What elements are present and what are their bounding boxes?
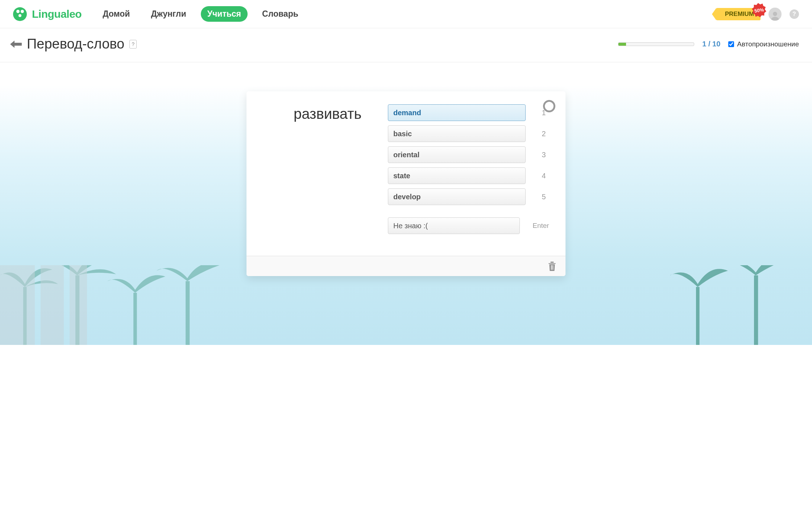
options-column: demand 1 basic 2 oriental 3 state 4 deve…	[388, 104, 551, 238]
nav-link-learn[interactable]: Учиться	[201, 6, 248, 22]
dont-know-button[interactable]: Не знаю :(	[388, 217, 520, 234]
brand-name: Lingualeo	[32, 8, 82, 20]
svg-rect-10	[696, 287, 700, 345]
option-button-1[interactable]: demand	[388, 104, 526, 121]
option-row: develop 5	[388, 188, 551, 205]
autoplay-toggle[interactable]: Автопроизношение	[728, 40, 799, 48]
card-footer	[246, 256, 566, 276]
option-key: 3	[536, 151, 551, 159]
svg-rect-9	[70, 265, 87, 345]
premium-label: PREMIUM	[725, 11, 754, 18]
exercise-card: развивать demand 1 basic 2 oriental 3 st…	[246, 91, 566, 276]
svg-point-0	[773, 12, 777, 16]
svg-rect-7	[0, 265, 35, 345]
svg-rect-6	[186, 281, 190, 345]
progress-bar	[618, 42, 694, 46]
dont-know-row: Не знаю :( Enter	[388, 217, 551, 234]
svg-rect-4	[75, 275, 79, 345]
life-ring-icon[interactable]	[543, 100, 555, 112]
premium-badge[interactable]: PREMIUM 50%	[716, 8, 761, 20]
term: развивать	[294, 104, 373, 238]
stage: развивать demand 1 basic 2 oriental 3 st…	[0, 62, 812, 345]
svg-rect-11	[754, 275, 758, 345]
page-title: Перевод-слово	[27, 36, 124, 52]
exercise: развивать demand 1 basic 2 oriental 3 st…	[294, 104, 551, 238]
progress-text: 1 / 10	[702, 40, 720, 48]
nav-right: PREMIUM 50% ?	[716, 8, 799, 21]
option-button-5[interactable]: develop	[388, 188, 526, 205]
progress-sep: /	[706, 40, 712, 48]
svg-rect-1	[551, 265, 552, 270]
background-palms	[0, 265, 812, 345]
dont-know-key: Enter	[531, 222, 551, 230]
person-icon	[770, 11, 780, 21]
top-nav: Lingualeo Домой Джунгли Учиться Словарь …	[0, 0, 812, 28]
option-button-4[interactable]: state	[388, 167, 526, 184]
avatar[interactable]	[768, 8, 782, 21]
autoplay-label: Автопроизношение	[737, 40, 799, 48]
option-row: oriental 3	[388, 146, 551, 163]
back-arrow-icon[interactable]	[10, 40, 22, 49]
option-key: 2	[536, 130, 551, 138]
option-key: 4	[536, 172, 551, 180]
svg-rect-8	[41, 265, 64, 345]
svg-rect-2	[552, 265, 553, 270]
option-row: basic 2	[388, 125, 551, 142]
nav-link-home[interactable]: Домой	[96, 6, 136, 22]
sub-header: Перевод-слово ? 1 / 10 Автопроизношение	[0, 28, 812, 62]
option-row: demand 1	[388, 104, 551, 121]
brand[interactable]: Lingualeo	[13, 7, 82, 21]
progress-total: 10	[712, 40, 720, 48]
nav-link-jungle[interactable]: Джунгли	[144, 6, 192, 22]
paw-icon	[13, 7, 27, 21]
progress-current: 1	[702, 40, 706, 48]
trash-icon[interactable]	[547, 261, 557, 272]
nav-link-dict[interactable]: Словарь	[256, 6, 305, 22]
option-key: 5	[536, 193, 551, 201]
progress-fill	[618, 43, 626, 46]
option-button-2[interactable]: basic	[388, 125, 526, 142]
help-icon[interactable]: ?	[790, 9, 799, 19]
primary-nav: Домой Джунгли Учиться Словарь	[96, 6, 305, 22]
option-button-3[interactable]: oriental	[388, 146, 526, 163]
svg-rect-3	[23, 287, 27, 345]
sub-header-right: 1 / 10 Автопроизношение	[618, 40, 799, 48]
option-row: state 4	[388, 167, 551, 184]
title-help-icon[interactable]: ?	[129, 40, 137, 49]
autoplay-checkbox[interactable]	[728, 41, 734, 47]
svg-rect-5	[133, 293, 137, 345]
